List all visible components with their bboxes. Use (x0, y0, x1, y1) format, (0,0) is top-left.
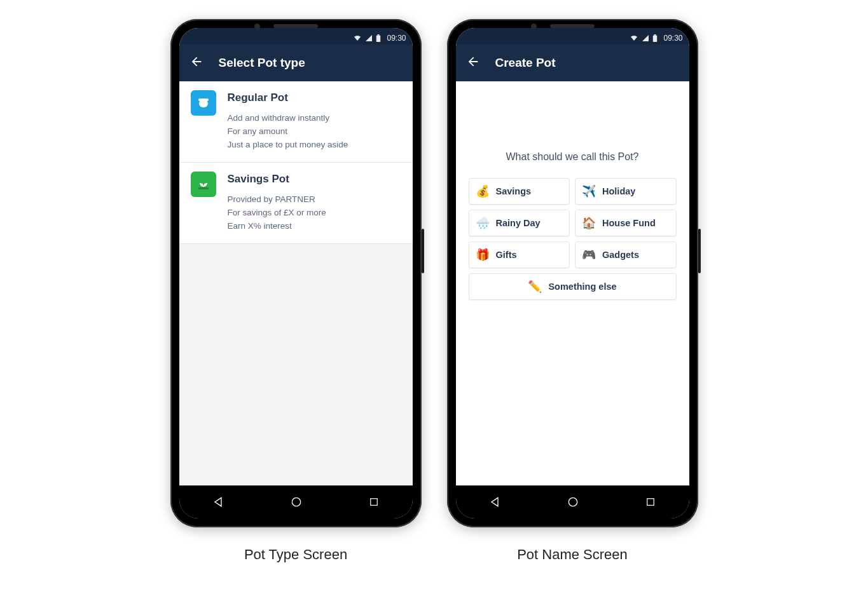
phone-a-wrap: 09:30 Select Pot type (170, 19, 422, 563)
chip-label: Something else (548, 281, 616, 292)
android-nav-bar (179, 485, 413, 518)
nav-back-icon[interactable] (212, 496, 224, 508)
chip-label: Gadgets (602, 250, 639, 260)
speaker (273, 24, 318, 28)
option-desc-line: Provided by PARTNER (228, 193, 401, 207)
chip-savings[interactable]: 💰 Savings (469, 178, 570, 205)
battery-icon (376, 34, 381, 43)
option-text: Regular Pot Add and withdraw instantly F… (228, 90, 401, 152)
svg-rect-4 (198, 187, 209, 189)
back-button[interactable] (466, 55, 480, 72)
svg-rect-3 (198, 98, 209, 101)
chip-label: Rainy Day (496, 218, 541, 228)
app-bar: Create Pot (456, 44, 689, 81)
status-time: 09:30 (387, 34, 406, 43)
gamepad-icon: 🎮 (582, 248, 596, 262)
svg-rect-7 (653, 35, 657, 41)
phone-row: 09:30 Select Pot type (170, 19, 698, 563)
battery-icon (652, 34, 658, 43)
front-camera (531, 24, 537, 29)
rain-icon: 🌧️ (476, 216, 490, 230)
chip-grid: 💰 Savings ✈️ Holiday 🌧️ Rainy Day (469, 178, 677, 300)
android-nav-bar (456, 485, 689, 518)
front-camera (254, 24, 260, 29)
pot-type-list: Regular Pot Add and withdraw instantly F… (179, 81, 413, 244)
nav-recent-icon[interactable] (368, 496, 380, 508)
speaker-bar (170, 19, 422, 33)
caption-b: Pot Name Screen (517, 546, 628, 563)
svg-rect-1 (378, 34, 380, 36)
chip-house-fund[interactable]: 🏠 House Fund (575, 210, 677, 236)
option-savings-pot[interactable]: Savings Pot Provided by PARTNER For savi… (179, 163, 413, 244)
signal-icon (642, 34, 649, 42)
pencil-icon: ✏️ (528, 280, 542, 294)
speaker (550, 24, 595, 28)
svg-rect-10 (647, 499, 654, 506)
phone-b-screen: 09:30 Create Pot What should we call thi… (456, 28, 689, 518)
money-bag-icon: 💰 (476, 184, 490, 198)
svg-rect-8 (654, 34, 656, 36)
app-bar-title: Create Pot (495, 56, 556, 70)
phone-b-frame: 09:30 Create Pot What should we call thi… (447, 19, 698, 527)
wifi-icon (630, 34, 638, 42)
option-text: Savings Pot Provided by PARTNER For savi… (228, 172, 401, 233)
stage: 09:30 Select Pot type (0, 0, 868, 610)
speaker-bar (447, 19, 698, 33)
option-desc-line: Earn X% interest (228, 220, 401, 233)
app-bar-title: Select Pot type (219, 56, 305, 70)
app-bar: Select Pot type (179, 44, 413, 81)
nav-home-icon[interactable] (567, 496, 579, 508)
svg-point-5 (292, 498, 300, 506)
nav-home-icon[interactable] (290, 496, 303, 508)
chip-holiday[interactable]: ✈️ Holiday (575, 178, 677, 205)
svg-rect-0 (376, 35, 380, 41)
chip-label: Holiday (602, 186, 635, 196)
content-b: What should we call this Pot? 💰 Savings … (456, 81, 689, 485)
phone-a-frame: 09:30 Select Pot type (170, 19, 422, 527)
caption-a: Pot Type Screen (244, 546, 347, 563)
gift-icon: 🎁 (476, 248, 490, 262)
svg-point-9 (568, 498, 577, 506)
option-title: Regular Pot (228, 92, 401, 104)
option-desc-line: For savings of £X or more (228, 207, 401, 220)
chip-label: Gifts (496, 250, 517, 260)
chip-rainy-day[interactable]: 🌧️ Rainy Day (469, 210, 570, 236)
nav-back-icon[interactable] (488, 496, 501, 508)
pot-icon (191, 90, 216, 116)
option-desc: Provided by PARTNER For savings of £X or… (228, 193, 401, 233)
create-prompt: What should we call this Pot? (469, 81, 677, 178)
option-desc-line: For any amount (228, 125, 401, 139)
content-a: Regular Pot Add and withdraw instantly F… (179, 81, 413, 485)
signal-icon (365, 34, 373, 42)
option-desc: Add and withdraw instantly For any amoun… (228, 112, 401, 152)
power-button (422, 229, 424, 273)
house-icon: 🏠 (582, 216, 596, 230)
wifi-icon (353, 34, 362, 42)
chip-label: Savings (496, 186, 532, 196)
option-desc-line: Add and withdraw instantly (228, 112, 401, 125)
option-regular-pot[interactable]: Regular Pot Add and withdraw instantly F… (179, 81, 413, 163)
create-body: What should we call this Pot? 💰 Savings … (456, 81, 689, 485)
plane-icon: ✈️ (582, 184, 596, 198)
power-button (698, 229, 701, 273)
svg-rect-6 (371, 499, 378, 506)
chip-something-else[interactable]: ✏️ Something else (469, 273, 677, 300)
status-time: 09:30 (663, 34, 682, 43)
option-desc-line: Just a place to put money aside (228, 139, 401, 152)
chip-gadgets[interactable]: 🎮 Gadgets (575, 241, 677, 268)
chip-label: House Fund (602, 218, 656, 228)
phone-a-screen: 09:30 Select Pot type (179, 28, 413, 518)
plant-icon (191, 172, 216, 197)
nav-recent-icon[interactable] (645, 496, 656, 508)
phone-b-wrap: 09:30 Create Pot What should we call thi… (447, 19, 698, 563)
option-title: Savings Pot (228, 173, 401, 186)
chip-gifts[interactable]: 🎁 Gifts (469, 241, 570, 268)
back-button[interactable] (189, 55, 203, 72)
